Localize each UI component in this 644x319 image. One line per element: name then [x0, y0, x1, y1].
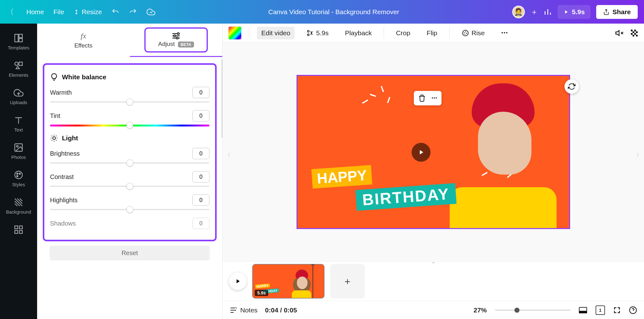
edit-video-button[interactable]: Edit video — [257, 27, 295, 39]
context-toolbar: Edit video 5.9s Playback Crop Flip Rise … — [223, 24, 644, 42]
slider-thumb[interactable] — [126, 206, 133, 213]
text-happy[interactable]: HAPPY — [311, 165, 372, 188]
nav-styles[interactable]: Styles — [0, 165, 37, 192]
notes-button[interactable]: Notes — [230, 306, 258, 314]
svg-point-6 — [16, 145, 18, 147]
svg-point-3 — [15, 62, 18, 65]
help-icon[interactable] — [629, 306, 637, 314]
nav-uploads[interactable]: Uploads — [0, 83, 37, 110]
undo-button[interactable] — [111, 8, 119, 16]
canvas[interactable]: 〈 〉 ··· HAPPY BIRTHDAY — [223, 42, 644, 261]
highlights-value[interactable]: 0 — [192, 194, 209, 206]
svg-rect-25 — [633, 31, 634, 33]
tab-adjust[interactable]: Adjust BETA — [130, 24, 223, 57]
resize-button[interactable]: Resize — [74, 8, 102, 16]
timeline-clip[interactable]: HAPPYRTHDAY 5.9s — [252, 264, 325, 299]
highlights-slider[interactable] — [50, 209, 209, 210]
user-avatar[interactable]: 🤵 — [512, 6, 525, 18]
tint-slider[interactable] — [50, 125, 209, 126]
crop-button[interactable]: Crop — [391, 27, 415, 39]
redo-button[interactable] — [129, 8, 137, 16]
contrast-label: Contrast — [50, 173, 74, 181]
svg-point-19 — [308, 30, 309, 32]
analytics-button[interactable] — [544, 8, 552, 16]
brightness-label: Brightness — [50, 150, 80, 157]
share-button[interactable]: Share — [596, 5, 638, 19]
svg-point-15 — [177, 33, 179, 35]
flip-button[interactable]: Flip — [422, 27, 442, 39]
more-options-button[interactable]: ··· — [497, 25, 513, 40]
play-preview-button[interactable]: 5.9s — [558, 5, 591, 19]
shadows-value[interactable]: 0 — [192, 218, 209, 229]
left-navigation: Templates Elements Uploads Text Photos S… — [0, 24, 37, 319]
slider-thumb[interactable] — [126, 160, 133, 166]
svg-point-20 — [308, 34, 309, 36]
svg-point-18 — [53, 137, 56, 140]
cloud-sync-icon[interactable] — [147, 8, 155, 16]
timeline: ⌵ HAPPYRTHDAY 5.9s ＋ — [223, 261, 644, 301]
canvas-scroll-left[interactable]: 〈 — [225, 152, 230, 159]
duration-button[interactable]: 5.9s — [302, 27, 333, 39]
person-graphic — [434, 83, 560, 228]
slider-thumb[interactable] — [126, 183, 133, 190]
document-title[interactable]: Canva Video Tutorial - Background Remove… — [268, 8, 399, 16]
svg-rect-4 — [19, 62, 22, 65]
back-icon[interactable]: 〈 — [6, 7, 14, 17]
warmth-value[interactable]: 0 — [192, 87, 209, 98]
bottom-bar: Notes 0:04 / 0:05 27% 1 — [223, 301, 644, 319]
timeline-play-button[interactable] — [229, 272, 247, 290]
svg-rect-13 — [15, 231, 18, 233]
svg-rect-26 — [636, 31, 637, 33]
svg-point-22 — [464, 32, 467, 34]
regenerate-button[interactable] — [564, 79, 579, 94]
svg-rect-32 — [579, 311, 587, 313]
nav-templates[interactable]: Templates — [0, 28, 37, 55]
svg-rect-2 — [19, 38, 22, 42]
nav-text[interactable]: Text — [0, 110, 37, 137]
page-count[interactable]: 1 — [596, 305, 605, 315]
svg-point-8 — [17, 173, 18, 174]
highlights-label: Highlights — [50, 197, 78, 204]
file-menu[interactable]: File — [53, 8, 64, 16]
add-member-button[interactable]: ＋ — [530, 7, 538, 17]
nav-photos[interactable]: Photos — [0, 137, 37, 165]
svg-rect-12 — [19, 226, 22, 229]
tab-effects[interactable]: fx Effects — [37, 24, 130, 57]
nav-elements[interactable]: Elements — [0, 55, 37, 83]
brightness-value[interactable]: 0 — [192, 148, 209, 159]
mute-icon[interactable] — [615, 29, 624, 37]
timeline-expand-handle[interactable]: ⌵ — [432, 259, 435, 264]
svg-rect-29 — [633, 35, 634, 36]
playhead[interactable] — [313, 265, 313, 298]
contrast-value[interactable]: 0 — [192, 171, 209, 182]
scrollbar[interactable] — [222, 58, 222, 139]
tint-value[interactable]: 0 — [192, 110, 209, 121]
nav-more[interactable] — [0, 220, 37, 240]
svg-rect-14 — [19, 231, 22, 233]
tint-label: Tint — [50, 112, 60, 120]
view-toggle-icon[interactable] — [579, 307, 587, 314]
brightness-slider[interactable] — [50, 162, 209, 164]
fullscreen-icon[interactable] — [613, 306, 621, 314]
home-button[interactable]: Home — [26, 8, 44, 16]
reset-button[interactable]: Reset — [50, 246, 210, 260]
canvas-scroll-right[interactable]: 〉 — [636, 152, 641, 159]
playback-button[interactable]: Playback — [341, 27, 376, 39]
slider-thumb[interactable] — [126, 122, 133, 129]
transparency-icon[interactable] — [630, 29, 638, 37]
top-bar: 〈 Home File Resize Canva Video Tutorial … — [0, 0, 644, 24]
nav-background[interactable]: Background — [0, 192, 37, 220]
svg-point-21 — [463, 30, 468, 36]
warmth-slider[interactable] — [50, 101, 209, 103]
zoom-percent[interactable]: 27% — [474, 306, 487, 314]
add-scene-button[interactable]: ＋ — [330, 264, 365, 299]
svg-point-9 — [19, 173, 20, 174]
delete-icon[interactable] — [418, 94, 426, 102]
play-overlay-button[interactable] — [412, 143, 430, 162]
zoom-slider[interactable] — [495, 310, 570, 311]
animate-button[interactable]: Rise — [457, 27, 489, 39]
color-picker-button[interactable] — [228, 26, 242, 40]
slider-thumb[interactable] — [126, 98, 133, 105]
contrast-slider[interactable] — [50, 186, 209, 187]
video-element[interactable]: ··· HAPPY BIRTHDAY — [297, 75, 570, 229]
